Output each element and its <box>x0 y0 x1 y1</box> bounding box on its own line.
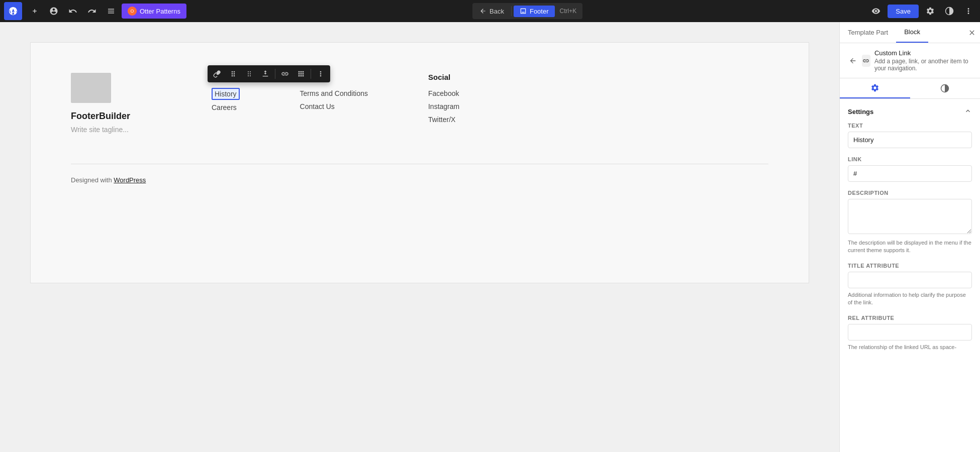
rel-attribute-field-label: REL ATTRIBUTE <box>848 315 972 321</box>
history-item-container: History <box>212 89 240 98</box>
title-attribute-input[interactable] <box>848 272 972 288</box>
nav-divider <box>511 6 512 16</box>
site-info: FooterBuilder Write site tagline... <box>71 73 171 134</box>
custom-link-icon <box>862 55 870 67</box>
site-name: FooterBuilder <box>71 111 171 122</box>
svg-point-1 <box>248 71 249 72</box>
panel-subtitle: Add a page, link, or another item to you… <box>874 58 972 72</box>
toolbar-center: Back Footer Ctrl+K <box>472 3 582 19</box>
rel-attribute-field-group: REL ATTRIBUTE The relationship of the li… <box>848 315 972 351</box>
svg-point-6 <box>250 75 251 76</box>
footer-tab[interactable]: Footer <box>514 6 555 17</box>
canvas-wrapper: FooterBuilder Write site tagline... Abou… <box>0 22 839 452</box>
view-button[interactable] <box>868 4 884 19</box>
nav-col-social-heading: Social <box>428 73 459 81</box>
list-item[interactable]: Twitter/X <box>428 116 459 124</box>
description-textarea[interactable] <box>848 199 972 234</box>
privacy-nav-list: Terms and Conditions Contact Us <box>300 89 368 110</box>
ft-move-button[interactable] <box>258 67 273 80</box>
ft-more-button[interactable] <box>313 67 328 80</box>
description-field-group: DESCRIPTION The description will be disp… <box>848 190 972 255</box>
svg-point-3 <box>248 73 249 74</box>
about-nav-list: Careers <box>212 103 240 111</box>
template-part-tab[interactable]: Template Part <box>840 22 896 43</box>
site-tagline[interactable]: Write site tagline... <box>71 126 171 134</box>
main-area: FooterBuilder Write site tagline... Abou… <box>0 22 980 452</box>
ft-unlink-button[interactable] <box>277 67 292 80</box>
link-input[interactable] <box>848 165 972 182</box>
style-button[interactable] <box>942 4 957 19</box>
rel-attribute-hint: The relationship of the linked URL as sp… <box>848 344 972 351</box>
list-view-button[interactable] <box>103 4 120 19</box>
list-item[interactable]: Terms and Conditions <box>300 89 368 97</box>
panel-close-button[interactable] <box>964 22 980 43</box>
right-panel: Template Part Block Custom Link Add a pa… <box>839 22 980 452</box>
floating-toolbar <box>208 65 330 82</box>
panel-settings-tab[interactable] <box>840 78 910 98</box>
panel-icon-tabs <box>840 78 980 99</box>
list-item[interactable]: Facebook <box>428 89 459 97</box>
nav-col-social: Social Facebook Instagram Twitter/X <box>428 73 459 134</box>
settings-button[interactable] <box>923 4 938 19</box>
block-tab[interactable]: Block <box>896 22 928 43</box>
nav-columns: About <box>212 73 768 134</box>
toolbar-right: Save <box>868 4 976 19</box>
undo-button[interactable] <box>64 4 81 19</box>
wp-logo[interactable] <box>4 2 22 20</box>
otter-avatar: O <box>128 7 137 16</box>
title-attribute-field-group: TITLE ATTRIBUTE Additional information t… <box>848 263 972 307</box>
list-item[interactable]: Careers <box>212 103 240 111</box>
panel-header: Custom Link Add a page, link, or another… <box>840 43 980 78</box>
panel-content: Settings TEXT LINK DESCRIPTION The descr… <box>840 99 980 452</box>
site-logo-placeholder <box>71 73 111 103</box>
more-options-button[interactable] <box>961 4 976 19</box>
rel-attribute-input[interactable] <box>848 324 972 341</box>
otter-patterns-button[interactable]: O Otter Patterns <box>122 4 186 19</box>
panel-title: Custom Link <box>874 49 972 57</box>
panel-style-tab[interactable] <box>910 78 981 98</box>
ft-link-button[interactable] <box>210 67 225 80</box>
svg-point-4 <box>250 73 251 74</box>
history-link[interactable]: History <box>212 88 240 100</box>
redo-button[interactable] <box>83 4 101 19</box>
description-hint: The description will be displayed in the… <box>848 239 972 255</box>
link-field-label: LINK <box>848 156 972 162</box>
ft-divider <box>275 69 275 79</box>
svg-point-2 <box>250 71 251 72</box>
ft-drag-button[interactable] <box>226 67 241 80</box>
social-nav-list: Facebook Instagram Twitter/X <box>428 89 459 124</box>
back-button[interactable]: Back <box>474 6 509 17</box>
tools-button[interactable] <box>45 4 62 19</box>
ft-divider-2 <box>311 69 311 79</box>
shortcut-label: Ctrl+K <box>556 8 581 15</box>
list-item[interactable]: Contact Us <box>300 102 368 110</box>
settings-section-title: Settings <box>848 108 873 116</box>
ft-apps-button[interactable] <box>293 67 309 80</box>
footer-bottom: Designed with WordPress <box>71 164 768 184</box>
panel-top-tabs: Template Part Block <box>840 22 980 43</box>
top-toolbar: O Otter Patterns Back Footer Ctrl+K Save <box>0 0 980 22</box>
title-attribute-hint: Additional information to help clarify t… <box>848 291 972 307</box>
ft-handle-button[interactable] <box>242 67 257 80</box>
text-field-label: TEXT <box>848 123 972 129</box>
toolbar-left: O Otter Patterns <box>4 2 186 20</box>
footer-canvas: FooterBuilder Write site tagline... Abou… <box>30 42 809 283</box>
footer-top: FooterBuilder Write site tagline... Abou… <box>71 73 768 134</box>
canvas: FooterBuilder Write site tagline... Abou… <box>0 22 839 452</box>
nav-col-about: About <box>212 73 240 134</box>
designed-with-text: Designed with <box>71 176 112 184</box>
nav-pill: Back Footer Ctrl+K <box>472 3 582 19</box>
title-attribute-field-label: TITLE ATTRIBUTE <box>848 263 972 269</box>
description-field-label: DESCRIPTION <box>848 190 972 196</box>
save-button[interactable]: Save <box>888 5 919 18</box>
add-block-button[interactable] <box>26 4 43 19</box>
list-item[interactable]: Instagram <box>428 102 459 110</box>
section-toggle-button[interactable] <box>964 107 972 117</box>
settings-section-header: Settings <box>848 107 972 117</box>
wordpress-link[interactable]: WordPress <box>114 176 146 184</box>
panel-header-text: Custom Link Add a page, link, or another… <box>874 49 972 72</box>
svg-point-5 <box>248 75 249 76</box>
panel-back-button[interactable] <box>848 56 858 66</box>
text-input[interactable] <box>848 132 972 148</box>
link-field-group: LINK <box>848 156 972 182</box>
